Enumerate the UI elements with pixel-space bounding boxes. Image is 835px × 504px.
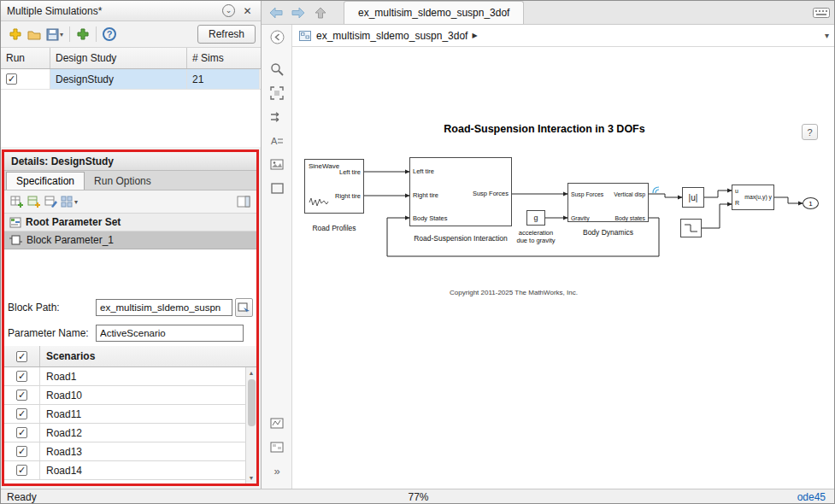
toggle-panel-button[interactable] — [235, 192, 252, 211]
keyboard-shortcuts-button[interactable] — [810, 3, 832, 22]
solver-badge[interactable]: ode45 — [797, 491, 826, 503]
signal-routing-button[interactable] — [268, 108, 285, 126]
design-study-cell[interactable]: DesignStudy — [50, 69, 187, 89]
scenarios-column-header[interactable]: Scenarios — [40, 346, 256, 366]
area-annotation-button[interactable] — [268, 179, 285, 196]
breadcrumb-dropdown-icon[interactable]: ▾ — [825, 31, 829, 40]
select-all-checkbox[interactable]: ✓ — [16, 351, 27, 362]
block-label: Body Dynamics — [567, 228, 649, 237]
signal-wires — [292, 47, 835, 489]
scenario-checkbox[interactable]: ✓ — [16, 390, 27, 401]
scenario-row[interactable]: ✓ Road10 — [4, 386, 256, 405]
block-label: acceleration due to gravity — [503, 229, 569, 245]
port-label: Right tire — [335, 193, 361, 200]
scenario-checkbox[interactable]: ✓ — [16, 371, 27, 382]
select-block-icon — [238, 302, 250, 314]
help-button[interactable]: ? — [100, 24, 119, 44]
add-design-study-button[interactable] — [74, 24, 92, 44]
zoom-level: 77% — [1, 491, 835, 503]
block-road-suspension-interaction[interactable]: Left tire Right tire Body States Susp Fo… — [409, 157, 512, 226]
back-button[interactable] — [265, 3, 287, 23]
design-study-row[interactable]: ✓ DesignStudy 21 — [1, 69, 261, 90]
dropdown-icon: ▾ — [60, 31, 63, 38]
block-road-profiles[interactable]: SineWave Left tire Right tire — [304, 159, 364, 214]
keyboard-icon — [813, 8, 830, 18]
panel-toolbar: ▾ ? Refresh — [1, 21, 261, 48]
parameter-set-icon — [9, 217, 21, 228]
annotation-button[interactable]: A — [268, 132, 285, 149]
block-max[interactable]: u R max(u,y) y — [732, 185, 774, 210]
scrollbar-thumb[interactable] — [248, 379, 256, 426]
model-tab[interactable]: ex_multisim_sldemo_suspn_3dof — [344, 1, 524, 24]
zoom-tool-button[interactable] — [268, 61, 285, 78]
block-path-input[interactable] — [96, 299, 232, 316]
block-parameter-icon — [9, 235, 22, 245]
check-icon: ✓ — [18, 409, 26, 419]
scenario-row[interactable]: ✓ Road12 — [4, 424, 256, 442]
block-parameter-row[interactable]: Block Parameter_1 — [4, 231, 256, 249]
scroll-up-icon[interactable]: ▲ — [246, 367, 257, 378]
new-study-button[interactable] — [6, 24, 25, 44]
forward-button[interactable] — [287, 3, 309, 23]
block-abs[interactable]: |u| — [682, 187, 704, 208]
scenario-checkbox[interactable]: ✓ — [16, 446, 27, 457]
block-gravity-constant[interactable]: g — [526, 210, 545, 226]
editor-tabbar: ex_multisim_sldemo_suspn_3dof — [262, 1, 835, 25]
run-checkbox[interactable]: ✓ — [6, 73, 17, 85]
back-arrow-icon — [268, 7, 284, 19]
port-label: u — [735, 188, 738, 195]
scenario-row[interactable]: ✓ Road13 — [4, 442, 256, 461]
breadcrumb[interactable]: ex_multisim_sldemo_suspn_3dof — [316, 30, 467, 42]
column-header-run[interactable]: Run — [1, 48, 50, 68]
scenario-name: Road10 — [40, 386, 256, 404]
palette-toolbar: A » — [262, 25, 292, 489]
scenarios-scrollbar[interactable]: ▲ ▼ — [245, 367, 256, 483]
scenario-name: Road1 — [40, 367, 256, 385]
tab-run-options[interactable]: Run Options — [85, 172, 161, 190]
view-options-button[interactable]: ▾ — [60, 192, 79, 211]
open-button[interactable] — [25, 24, 44, 44]
parameter-name-input[interactable] — [96, 325, 244, 342]
scroll-down-icon[interactable]: ▼ — [246, 472, 257, 483]
up-arrow-icon — [315, 7, 326, 19]
refresh-button[interactable]: Refresh — [197, 25, 256, 44]
port-label: Left tire — [413, 168, 434, 175]
viewers-button[interactable] — [268, 414, 285, 431]
scenario-checkbox[interactable]: ✓ — [16, 465, 27, 476]
breadcrumb-arrow-icon[interactable]: ▶ — [472, 32, 477, 39]
model-canvas[interactable]: Road-Suspension Interaction in 3 DOFs ? … — [292, 47, 835, 489]
model-help-button[interactable]: ? — [802, 124, 818, 140]
scenario-row[interactable]: ✓ Road1 — [4, 367, 256, 386]
parameter-name-label: Parameter Name: — [8, 327, 93, 339]
block-memory[interactable] — [680, 219, 702, 237]
root-parameter-set-row[interactable]: Root Parameter Set — [4, 214, 256, 231]
add-parameter-button[interactable] — [26, 192, 43, 211]
add-parameter-set-button[interactable] — [9, 192, 26, 211]
scenario-checkbox[interactable]: ✓ — [16, 427, 27, 438]
scenario-checkbox[interactable]: ✓ — [16, 408, 27, 419]
up-button[interactable] — [309, 3, 332, 23]
scenario-row[interactable]: ✓ Road11 — [4, 405, 256, 424]
chevron-down-icon: ⌄ — [222, 4, 235, 17]
collapse-browser-button[interactable] — [268, 28, 285, 45]
scenario-row[interactable]: ✓ Road14 — [4, 461, 256, 480]
column-header-sims[interactable]: # Sims — [187, 48, 260, 68]
select-block-button[interactable] — [235, 298, 253, 317]
subsystem-icon — [270, 442, 284, 453]
block-outport-1[interactable]: 1 — [803, 197, 819, 209]
block-body-dynamics[interactable]: Susp Forces Gravity Vertical disp Body s… — [567, 183, 649, 222]
table-header: Run Design Study # Sims — [1, 48, 261, 69]
tab-specification[interactable]: Specification — [6, 172, 85, 190]
save-button[interactable]: ▾ — [44, 24, 66, 44]
edit-parameter-button[interactable] — [43, 192, 60, 211]
panel-close-button[interactable]: ✕ — [240, 3, 255, 18]
sims-count-cell[interactable]: 21 — [187, 69, 260, 89]
port-label: Susp Forces — [473, 190, 509, 197]
panel-menu-button[interactable]: ⌄ — [221, 3, 236, 18]
save-icon — [46, 28, 59, 41]
subsystem-button[interactable] — [268, 438, 285, 455]
image-annotation-button[interactable] — [268, 155, 285, 173]
column-header-design-study[interactable]: Design Study — [50, 48, 187, 68]
expand-toolbar-button[interactable]: » — [268, 462, 285, 479]
fit-to-view-button[interactable] — [268, 85, 285, 102]
